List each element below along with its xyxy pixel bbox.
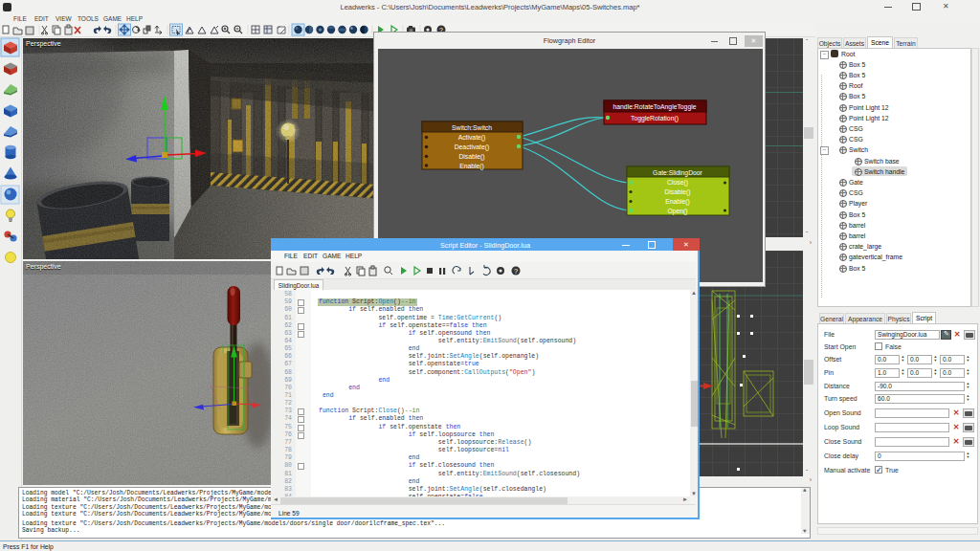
- svg-text:Switch:Switch: Switch:Switch: [452, 124, 492, 131]
- svg-text:ToggleRotation(): ToggleRotation(): [631, 115, 679, 122]
- svg-text:Disable(): Disable(): [458, 153, 484, 161]
- svg-text:Activate(): Activate(): [458, 134, 486, 142]
- svg-text:Disable(): Disable(): [664, 188, 690, 196]
- svg-text:Open(): Open(): [667, 208, 687, 215]
- svg-text:Enable(): Enable(): [665, 198, 690, 206]
- svg-text:Gate:SlidingDoor: Gate:SlidingDoor: [653, 169, 702, 177]
- svg-text:Deactivate(): Deactivate(): [455, 143, 490, 151]
- svg-text:handle:RotateToAngleToggle: handle:RotateToAngleToggle: [613, 103, 697, 111]
- svg-text:Enable(): Enable(): [459, 163, 484, 170]
- svg-text:Close(): Close(): [667, 179, 688, 187]
- svg-text:?: ?: [514, 267, 518, 276]
